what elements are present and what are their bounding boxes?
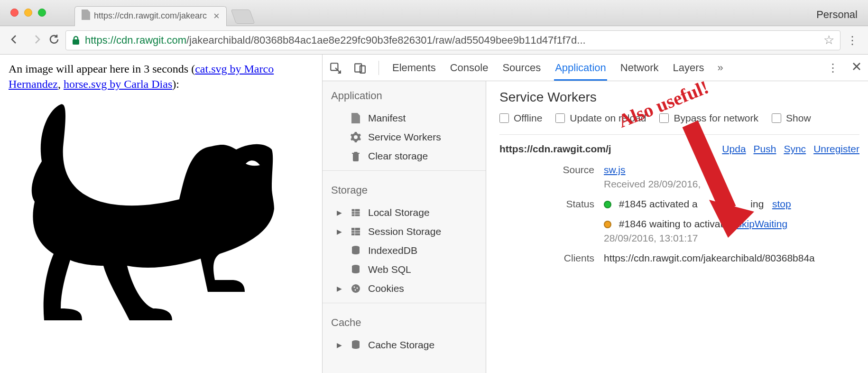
browser-toolbar: https://cdn.rawgit.com /jakearchibald/80… [0, 26, 868, 55]
bookmark-star-icon[interactable]: ☆ [823, 33, 834, 47]
status-dot-active-icon [604, 201, 611, 208]
sw-push-link[interactable]: Push [754, 143, 776, 155]
sw-skipwaiting-link[interactable]: skipWaiting [737, 218, 788, 229]
tab-application[interactable]: Application [554, 55, 607, 81]
sw-unregister-link[interactable]: Unregister [813, 143, 859, 155]
tab-elements[interactable]: Elements [391, 55, 437, 81]
address-bar[interactable]: https://cdn.rawgit.com /jakearchibald/80… [65, 30, 840, 50]
devtools-menu-button[interactable]: ⋮ [827, 61, 839, 75]
disclosure-triangle-icon[interactable]: ▶ [337, 285, 343, 292]
sw-active-text: activated a [649, 198, 698, 209]
sw-sync-link[interactable]: Sync [784, 143, 806, 155]
sw-stop-link[interactable]: stop [772, 198, 791, 209]
file-icon [82, 9, 90, 22]
sidebar-item-label: Cookies [368, 283, 404, 294]
sw-waiting-time: 28/09/2016, 13:01:17 [604, 233, 859, 244]
tab-strip: https://cdn.rawgit.com/jakearc × [74, 0, 252, 26]
tab-title: https://cdn.rawgit.com/jakearc [94, 11, 207, 21]
sidebar-item-label: Web SQL [368, 264, 411, 275]
sidebar-item-websql[interactable]: Web SQL [323, 260, 486, 279]
sw-source-file-link[interactable]: sw.js [604, 164, 626, 175]
sidebar-item-label: Manifest [368, 112, 406, 124]
devtools-close-button[interactable] [852, 62, 861, 74]
chrome-menu-button[interactable]: ⋮ [846, 34, 859, 47]
tab-close-button[interactable]: × [213, 10, 220, 22]
disclosure-triangle-icon[interactable]: ▶ [337, 341, 343, 349]
inspect-icon[interactable] [329, 62, 342, 74]
sidebar-item-cookies[interactable]: ▶ Cookies [323, 279, 486, 298]
gear-icon [350, 131, 361, 143]
svg-point-18 [355, 289, 356, 291]
table-icon [350, 226, 361, 237]
label-clients: Clients [499, 252, 594, 264]
link-horse-svg[interactable]: horse.svg by Carla Dias [64, 78, 172, 90]
sw-clients-url: https://cdn.rawgit.com/jakearchibald/803… [604, 252, 859, 264]
svg-rect-4 [351, 209, 360, 216]
disclosure-triangle-icon[interactable]: ▶ [337, 228, 343, 235]
label-status: Status [499, 198, 594, 210]
browser-tab[interactable]: https://cdn.rawgit.com/jakearc × [74, 6, 227, 26]
tabs-overflow-icon[interactable]: » [718, 62, 723, 74]
window-maximize-button[interactable] [38, 9, 46, 17]
sidebar-item-label: Local Storage [368, 207, 430, 218]
new-tab-button[interactable] [231, 9, 255, 24]
tab-sources[interactable]: Sources [501, 55, 542, 81]
sidebar-item-label: Service Workers [368, 131, 441, 143]
sidebar-item-local-storage[interactable]: ▶ Local Storage [323, 203, 486, 222]
profile-label[interactable]: Personal [816, 9, 858, 21]
trash-icon [350, 150, 361, 162]
update-on-reload-checkbox[interactable]: Update on reload [555, 112, 646, 124]
tab-layers[interactable]: Layers [672, 55, 705, 81]
svg-point-16 [354, 287, 355, 288]
sidebar-item-service-workers[interactable]: Service Workers [323, 128, 486, 147]
url-path: /jakearchibald/80368b84ac1ae8e229fc90b3f… [186, 34, 586, 47]
sidebar-item-indexeddb[interactable]: IndexedDB [323, 241, 486, 260]
page-text: ): [172, 78, 179, 90]
sw-options-row: Offline Update on reload Bypass for netw… [499, 112, 859, 124]
database-icon [350, 264, 361, 275]
back-button[interactable] [9, 34, 20, 47]
cat-image [9, 95, 314, 326]
sidebar-item-cache-storage[interactable]: ▶ Cache Storage [323, 336, 486, 354]
tab-network[interactable]: Network [619, 55, 660, 81]
service-workers-pane: Service Workers Offline Update on reload… [486, 81, 868, 373]
file-icon [350, 112, 361, 124]
tab-console[interactable]: Console [449, 55, 489, 81]
sidebar-item-label: Clear storage [368, 150, 428, 162]
page-viewport: An image will appear here in 3 seconds (… [0, 55, 323, 373]
svg-point-17 [357, 288, 358, 289]
cookie-icon [350, 283, 361, 294]
lock-icon [72, 36, 80, 45]
show-all-checkbox[interactable]: Show [772, 112, 811, 124]
url-origin: https://cdn.rawgit.com [85, 34, 186, 47]
offline-checkbox[interactable]: Offline [499, 112, 542, 124]
svg-rect-0 [73, 39, 79, 45]
device-toggle-icon[interactable] [354, 62, 366, 74]
svg-rect-9 [351, 228, 360, 235]
bypass-network-checkbox[interactable]: Bypass for network [659, 112, 758, 124]
sidebar-item-session-storage[interactable]: ▶ Session Storage [323, 222, 486, 241]
sidebar-group-application: Application [323, 81, 486, 109]
pane-title: Service Workers [499, 90, 859, 105]
window-close-button[interactable] [10, 9, 18, 17]
sw-waiting-id: #1846 [619, 218, 646, 229]
svg-rect-2 [355, 64, 361, 72]
sidebar-item-label: Cache Storage [368, 339, 434, 351]
sidebar-item-manifest[interactable]: Manifest [323, 109, 486, 128]
devtools-tabbar: Elements Console Sources Application Net… [323, 55, 868, 81]
disclosure-triangle-icon[interactable]: ▶ [337, 209, 343, 216]
database-icon [350, 245, 361, 256]
devtools-panel: Elements Console Sources Application Net… [323, 55, 868, 373]
sw-update-link[interactable]: Upda [722, 143, 746, 155]
sidebar-item-clear-storage[interactable]: Clear storage [323, 147, 486, 166]
svg-point-15 [351, 284, 360, 293]
forward-button[interactable] [31, 34, 43, 47]
table-icon [350, 207, 361, 218]
sw-waiting-text: waiting to activate [649, 218, 729, 229]
traffic-lights [0, 0, 46, 17]
sidebar-item-label: IndexedDB [368, 245, 417, 256]
reload-button[interactable] [48, 34, 60, 47]
window-minimize-button[interactable] [24, 9, 32, 17]
sidebar-group-cache: Cache [323, 308, 486, 336]
content-row: An image will appear here in 3 seconds (… [0, 55, 868, 373]
